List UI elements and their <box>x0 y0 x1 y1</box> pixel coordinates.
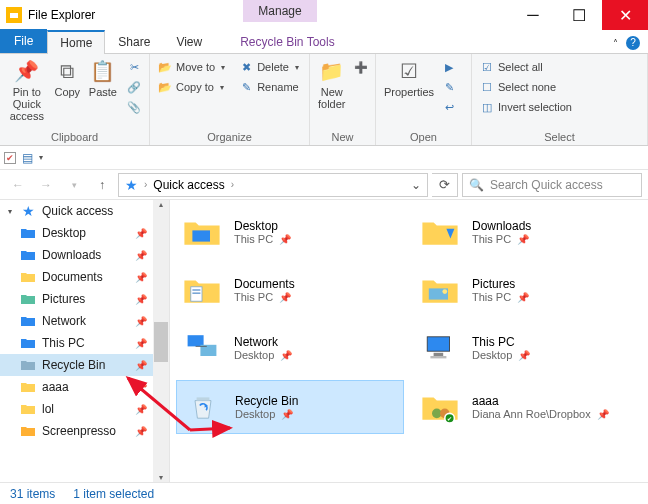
select-none-button[interactable]: ☐Select none <box>480 78 639 96</box>
edit-icon: ✎ <box>442 80 456 94</box>
svg-text:✔: ✔ <box>447 415 452 422</box>
folder-icon <box>20 313 36 329</box>
main-pane[interactable]: DesktopThis PC 📌DownloadsThis PC 📌Docume… <box>170 200 648 482</box>
qat-dropdown[interactable]: ▾ <box>39 153 43 162</box>
select-none-label: Select none <box>498 81 556 93</box>
new-item-button[interactable]: ➕ <box>354 58 368 76</box>
pin-icon: 📌 <box>135 294 147 305</box>
qat-item-icon[interactable]: ▤ <box>22 151 33 165</box>
sidebar-item-desktop[interactable]: Desktop📌 <box>0 222 153 244</box>
pin-to-quick-access-button[interactable]: 📌Pin to Quick access <box>8 58 46 122</box>
paste-button[interactable]: 📋Paste <box>89 58 117 98</box>
chevron-down-icon[interactable]: ▾ <box>8 207 12 216</box>
item-name: Network <box>234 335 292 349</box>
address-dropdown-icon[interactable]: ⌄ <box>411 178 421 192</box>
maximize-button[interactable]: ☐ <box>556 0 602 30</box>
qat-checkbox[interactable]: ✔ <box>4 152 16 164</box>
invert-selection-button[interactable]: ◫Invert selection <box>480 98 639 116</box>
file-item-aaaa[interactable]: ✔aaaaDiana Ann Roe\Dropbox 📌 <box>414 380 642 434</box>
tab-view[interactable]: View <box>163 29 215 53</box>
moveto-icon: 📂 <box>158 60 172 74</box>
rename-button[interactable]: ✎Rename <box>239 78 299 96</box>
sidebar-item-screenpresso[interactable]: Screenpresso📌 <box>0 420 153 442</box>
copy-button[interactable]: ⧉Copy <box>54 58 81 98</box>
cut-button[interactable]: ✂ <box>127 58 141 76</box>
sidebar-quick-access[interactable]: ▾★Quick access <box>0 200 153 222</box>
file-item-pictures[interactable]: PicturesThis PC 📌 <box>414 264 642 316</box>
paste-icon: 📋 <box>90 58 116 84</box>
sidebar-item-aaaa[interactable]: aaaa📌 <box>0 376 153 398</box>
copyto-label: Copy to <box>176 81 214 93</box>
item-name: Desktop <box>234 219 291 233</box>
sidebar-item-pictures[interactable]: Pictures📌 <box>0 288 153 310</box>
history-button[interactable]: ↩ <box>442 98 456 116</box>
collapse-ribbon-icon[interactable]: ˄ <box>613 38 618 49</box>
paste-shortcut-button[interactable]: 📎 <box>127 98 141 116</box>
tab-share[interactable]: Share <box>105 29 163 53</box>
contextual-tab-manage[interactable]: Manage <box>243 0 317 22</box>
copy-label: Copy <box>54 86 80 98</box>
nav-forward-button[interactable]: → <box>34 173 58 197</box>
new-folder-button[interactable]: 📁New folder <box>318 58 346 110</box>
sidebar-item-lol[interactable]: lol📌 <box>0 398 153 420</box>
search-input[interactable]: 🔍 Search Quick access <box>462 173 642 197</box>
ribbon-group-new: 📁New folder ➕ New <box>310 54 376 145</box>
sidebar-item-this-pc[interactable]: This PC📌 <box>0 332 153 354</box>
tab-home[interactable]: Home <box>47 30 105 54</box>
sidebar-item-recycle-bin[interactable]: Recycle Bin📌 <box>0 354 153 376</box>
properties-icon: ☑ <box>396 58 422 84</box>
sidebar-scrollbar[interactable]: ▴▾ <box>153 200 169 482</box>
svg-rect-0 <box>192 230 210 241</box>
sidebar-item-downloads[interactable]: Downloads📌 <box>0 244 153 266</box>
tab-file[interactable]: File <box>0 29 47 53</box>
file-item-documents[interactable]: DocumentsThis PC 📌 <box>176 264 404 316</box>
select-none-icon: ☐ <box>480 80 494 94</box>
rename-icon: ✎ <box>239 80 253 94</box>
pin-icon: 📌 <box>135 272 147 283</box>
sidebar-item-label: Recycle Bin <box>42 358 105 372</box>
open-button[interactable]: ▶ <box>442 58 456 76</box>
star-icon: ★ <box>20 203 36 219</box>
address-box[interactable]: ★ › Quick access › ⌄ <box>118 173 428 197</box>
moveto-label: Move to <box>176 61 215 73</box>
pin-icon: 📌 <box>14 58 40 84</box>
breadcrumb-root[interactable]: Quick access <box>153 178 224 192</box>
copy-to-button[interactable]: 📂Copy to▾ <box>158 78 225 96</box>
file-item-this-pc[interactable]: This PCDesktop 📌 <box>414 322 642 374</box>
file-item-downloads[interactable]: DownloadsThis PC 📌 <box>414 206 642 258</box>
minimize-button[interactable]: ─ <box>510 0 556 30</box>
nav-recent-dropdown[interactable]: ▾ <box>62 173 86 197</box>
sidebar-item-documents[interactable]: Documents📌 <box>0 266 153 288</box>
history-icon: ↩ <box>442 100 456 114</box>
item-name: Downloads <box>472 219 531 233</box>
properties-button[interactable]: ☑Properties <box>384 58 434 98</box>
move-to-button[interactable]: 📂Move to▾ <box>158 58 225 76</box>
pin-icon: 📌 <box>135 250 147 261</box>
sidebar-item-label: Network <box>42 314 86 328</box>
tab-recyclebin-tools[interactable]: Recycle Bin Tools <box>227 29 348 53</box>
ribbon-group-organize: 📂Move to▾ 📂Copy to▾ ✖Delete▾ ✎Rename Org… <box>150 54 310 145</box>
item-name: This PC <box>472 335 530 349</box>
edit-button[interactable]: ✎ <box>442 78 456 96</box>
copy-icon: ⧉ <box>54 58 80 84</box>
pin-icon: 📌 <box>135 404 147 415</box>
select-all-button[interactable]: ☑Select all <box>480 58 639 76</box>
close-button[interactable]: ✕ <box>602 0 648 30</box>
nav-up-button[interactable]: ↑ <box>90 173 114 197</box>
sidebar-item-network[interactable]: Network📌 <box>0 310 153 332</box>
file-item-desktop[interactable]: DesktopThis PC 📌 <box>176 206 404 258</box>
folder-shared-icon: ✔ <box>418 385 462 429</box>
status-count: 31 items <box>10 487 55 501</box>
file-item-network[interactable]: NetworkDesktop 📌 <box>176 322 404 374</box>
item-location: Desktop 📌 <box>234 349 292 361</box>
delete-button[interactable]: ✖Delete▾ <box>239 58 299 76</box>
refresh-button[interactable]: ⟳ <box>432 173 458 197</box>
nav-back-button[interactable]: ← <box>6 173 30 197</box>
svg-rect-6 <box>188 335 204 346</box>
help-icon[interactable]: ? <box>626 36 640 50</box>
file-item-recycle-bin[interactable]: Recycle BinDesktop 📌 <box>176 380 404 434</box>
folder-blue-icon <box>180 210 224 254</box>
pin-icon: 📌 <box>135 338 147 349</box>
copy-path-button[interactable]: 🔗 <box>127 78 141 96</box>
sidebar-item-label: Screenpresso <box>42 424 116 438</box>
